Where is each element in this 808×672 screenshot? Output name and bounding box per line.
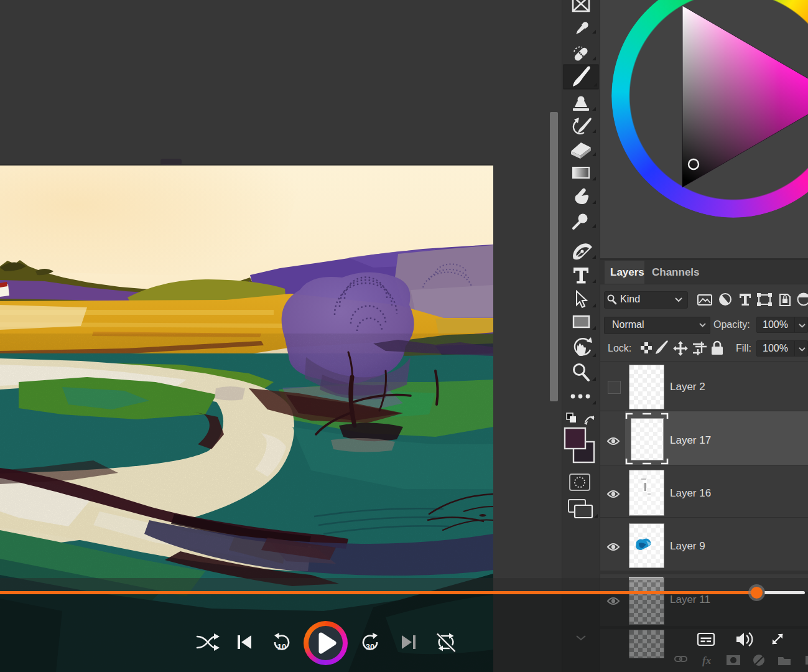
svg-text:10: 10 [277, 642, 286, 651]
svg-text:30: 30 [366, 642, 374, 651]
